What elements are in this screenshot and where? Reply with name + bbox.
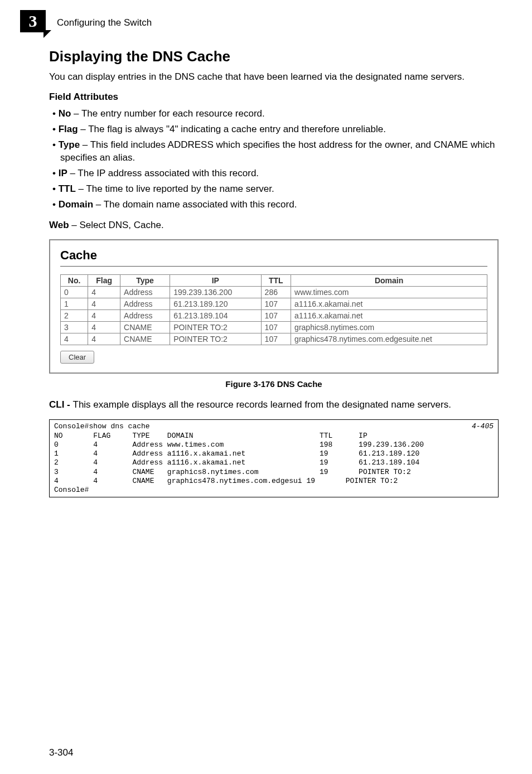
- col-flag: Flag: [88, 275, 120, 287]
- bullet-term: IP: [59, 168, 67, 178]
- cli-line: NO FLAG TYPE DOMAIN TTL IP: [54, 432, 367, 440]
- cli-text: This example displays all the resource r…: [73, 399, 451, 410]
- cell-domain: a1116.x.akamai.net: [291, 298, 487, 310]
- cli-label: CLI -: [49, 399, 73, 410]
- web-label: Web: [49, 220, 69, 230]
- cli-line: 3 4 CNAME graphics8.nytimes.com 19 POINT…: [54, 468, 411, 476]
- cli-page-ref: 4-405: [472, 422, 494, 431]
- cell-type: CNAME: [120, 333, 170, 345]
- cell-flag: 4: [88, 322, 120, 333]
- page-header: 3 Configuring the Switch: [20, 10, 152, 36]
- cli-output-box: Console#show dns cache4-405 NO FLAG TYPE…: [49, 419, 499, 497]
- dns-cache-screenshot: Cache No. Flag Type IP TTL Domain 0: [49, 239, 499, 374]
- cell-ip: 61.213.189.104: [170, 310, 261, 322]
- field-attributes-list: No – The entry number for each resource …: [49, 107, 499, 211]
- bullet-term: No: [59, 108, 71, 119]
- cache-panel-title: Cache: [60, 248, 487, 263]
- table-row: 0 4 Address 199.239.136.200 286 www.time…: [61, 287, 487, 298]
- bullet-desc: – The flag is always "4" indicating a ca…: [78, 124, 386, 134]
- bullet-term: Domain: [59, 199, 93, 210]
- cell-domain: graphics478.nytimes.com.edgesuite.net: [291, 333, 487, 345]
- cli-line: 4 4 CNAME graphics478.nytimes.com.edgesu…: [54, 477, 398, 485]
- col-ttl: TTL: [261, 275, 291, 287]
- web-text: – Select DNS, Cache.: [69, 220, 164, 230]
- dns-cache-table: No. Flag Type IP TTL Domain 0 4 Address …: [60, 274, 487, 345]
- cli-line: 1 4 Address a1116.x.akamai.net 19 61.213…: [54, 449, 419, 458]
- running-head: Configuring the Switch: [57, 17, 152, 28]
- cell-ttl: 107: [261, 322, 291, 333]
- table-row: 1 4 Address 61.213.189.120 107 a1116.x.a…: [61, 298, 487, 310]
- cell-ip: 199.239.136.200: [170, 287, 261, 298]
- table-row: 3 4 CNAME POINTER TO:2 107 graphics8.nyt…: [61, 322, 487, 333]
- cell-domain: a1116.x.akamai.net: [291, 310, 487, 322]
- clear-button[interactable]: Clear: [60, 351, 94, 364]
- cell-type: Address: [120, 298, 170, 310]
- cell-no: 2: [61, 310, 88, 322]
- bullet-term: TTL: [59, 183, 76, 194]
- divider: [60, 266, 487, 267]
- cell-type: CNAME: [120, 322, 170, 333]
- badge-corner-icon: [43, 30, 51, 38]
- web-instruction: Web – Select DNS, Cache.: [49, 219, 499, 232]
- figure-caption: Figure 3-176 DNS Cache: [49, 379, 499, 389]
- section-title: Displaying the DNS Cache: [49, 48, 499, 65]
- bullet-desc: – The entry number for each resource rec…: [71, 108, 264, 119]
- cell-type: Address: [120, 310, 170, 322]
- cell-no: 1: [61, 298, 88, 310]
- field-attributes-heading: Field Attributes: [49, 91, 499, 103]
- bullet-term: Flag: [59, 124, 78, 134]
- list-item: IP – The IP address associated with this…: [49, 167, 499, 180]
- bullet-term: Type: [59, 139, 80, 150]
- col-no: No.: [61, 275, 88, 287]
- col-ip: IP: [170, 275, 261, 287]
- cli-line: Console#show dns cache: [54, 422, 150, 430]
- cell-ip: POINTER TO:2: [170, 322, 261, 333]
- cell-domain: www.times.com: [291, 287, 487, 298]
- section-intro: You can display entries in the DNS cache…: [49, 71, 499, 84]
- cell-flag: 4: [88, 287, 120, 298]
- col-type: Type: [120, 275, 170, 287]
- cell-no: 4: [61, 333, 88, 345]
- cli-line: 0 4 Address www.times.com 198 199.239.13…: [54, 441, 424, 449]
- cli-intro: CLI - This example displays all the reso…: [49, 399, 499, 412]
- cell-no: 0: [61, 287, 88, 298]
- list-item: TTL – The time to live reported by the n…: [49, 182, 499, 196]
- cell-ttl: 107: [261, 298, 291, 310]
- cell-flag: 4: [88, 298, 120, 310]
- page-number: 3-304: [49, 747, 73, 758]
- bullet-desc: – This field includes ADDRESS which spec…: [60, 139, 495, 163]
- list-item: Flag – The flag is always "4" indicating…: [49, 123, 499, 136]
- cell-ttl: 107: [261, 333, 291, 345]
- cell-ip: POINTER TO:2: [170, 333, 261, 345]
- bullet-desc: – The domain name associated with this r…: [93, 199, 297, 210]
- list-item: Domain – The domain name associated with…: [49, 198, 499, 211]
- cell-flag: 4: [88, 333, 120, 345]
- cli-line: Console#: [54, 486, 89, 494]
- bullet-desc: – The IP address associated with this re…: [67, 168, 259, 178]
- cell-flag: 4: [88, 310, 120, 322]
- cell-ttl: 286: [261, 287, 291, 298]
- table-row: 4 4 CNAME POINTER TO:2 107 graphics478.n…: [61, 333, 487, 345]
- cell-domain: graphics8.nytimes.com: [291, 322, 487, 333]
- cell-type: Address: [120, 287, 170, 298]
- bullet-desc: – The time to live reported by the name …: [76, 183, 274, 194]
- table-header-row: No. Flag Type IP TTL Domain: [61, 275, 487, 287]
- list-item: No – The entry number for each resource …: [49, 107, 499, 120]
- cell-no: 3: [61, 322, 88, 333]
- chapter-number: 3: [20, 10, 46, 32]
- col-domain: Domain: [291, 275, 487, 287]
- cell-ttl: 107: [261, 310, 291, 322]
- cli-line: 2 4 Address a1116.x.akamai.net 19 61.213…: [54, 458, 419, 467]
- table-row: 2 4 Address 61.213.189.104 107 a1116.x.a…: [61, 310, 487, 322]
- cell-ip: 61.213.189.120: [170, 298, 261, 310]
- list-item: Type – This field includes ADDRESS which…: [49, 138, 499, 165]
- chapter-badge: 3: [20, 10, 49, 36]
